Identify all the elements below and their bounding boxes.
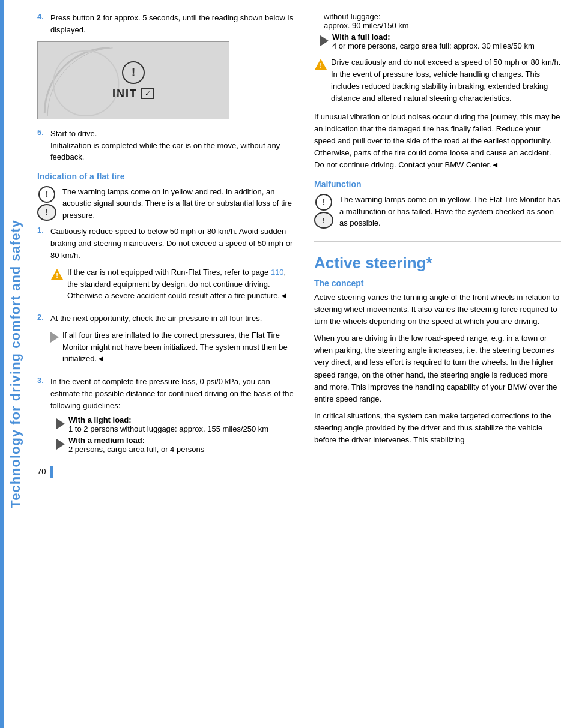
bullet-c2-detail: 4 or more persons, cargo area full: appr…: [332, 41, 535, 50]
step-1-number: 1.: [37, 226, 47, 307]
speed-warning-note: ! Drive cautiously and do not exceed a s…: [314, 56, 561, 105]
indication-desc: The warning lamps come on in yellow and …: [62, 186, 298, 221]
left-column: 4. Press button 2 for approx. 5 seconds,…: [31, 0, 308, 728]
dashboard-image: ! INIT ✓: [37, 41, 229, 119]
step-5-line2: Initialization is completed while the ca…: [50, 140, 298, 163]
step-3-content: In the event of complete tire pressure l…: [50, 376, 298, 456]
malfunction-icon-top: !: [315, 194, 332, 211]
bullet-2-text: With a medium load: 2 persons, cargo are…: [68, 436, 204, 454]
bullet-1-detail: 1 to 2 persons without luggage: approx. …: [68, 424, 268, 433]
bullet-c2-text: With a full load: 4 or more persons, car…: [332, 32, 535, 50]
bullet-arrow-icon-c2: [320, 35, 329, 46]
step-4-bold: 2: [97, 13, 101, 22]
malfunction-icons: ! !: [314, 194, 333, 229]
svg-text:!: !: [320, 62, 322, 69]
bullet-continued-2: With a full load: 4 or more persons, car…: [320, 32, 561, 50]
svg-text:!: !: [56, 272, 58, 279]
bullet-1-label: With a light load:: [68, 415, 132, 424]
step-5-text: Start to drive. Initialization is comple…: [50, 128, 298, 163]
bullet-1-text: With a light load: 1 to 2 persons withou…: [68, 415, 268, 433]
page-bar: [50, 466, 53, 478]
indication-heading: Indication of a flat tire: [37, 172, 298, 181]
flat-tire-icons: ! !: [37, 186, 56, 221]
warning-icon-bottom: !: [37, 204, 56, 221]
flat-tire-indication: ! ! The warning lamps come on in yellow …: [37, 186, 298, 221]
concept-para1: Active steering varies the turning angle…: [314, 292, 561, 328]
section-divider: [314, 241, 561, 242]
malfunction-block: ! ! The warning lamps come on in yellow.…: [314, 194, 561, 229]
concept-para3: In critical situations, the system can m…: [314, 410, 561, 446]
concept-para2: When you are driving in the low road-spe…: [314, 332, 561, 405]
bullet-arrow-icon-1: [56, 418, 65, 429]
page-link-110[interactable]: 110: [271, 268, 284, 277]
step-1-text: Cautiously reduce speed to below 50 mph …: [50, 226, 298, 262]
step-4: 4. Press button 2 for approx. 5 seconds,…: [37, 12, 298, 35]
warning-icon-top: !: [38, 186, 55, 203]
play-icon: [50, 332, 59, 343]
step-2-note: If all four tires are inflated to the co…: [50, 329, 298, 365]
step-2-note-text: If all four tires are inflated to the co…: [62, 329, 298, 365]
warning-note-text: Drive cautiously and do not exceed a spe…: [331, 56, 561, 105]
step-3-text: In the event of complete tire pressure l…: [50, 376, 298, 412]
page-number: 70: [37, 467, 46, 476]
bullet-arrow-icon-2: [56, 439, 65, 450]
page-number-area: 70: [37, 466, 298, 478]
bullet-c1-detail: approx. 90 miles/150 km: [324, 21, 409, 30]
bullet-2-detail: 2 persons, cargo area full, or 4 persons: [68, 445, 204, 454]
step-1-note-text: If the car is not equipped with Run-Flat…: [67, 266, 298, 302]
bullet-c2-label: With a full load:: [332, 32, 390, 41]
step-1-content: Cautiously reduce speed to below 50 mph …: [50, 226, 298, 307]
bullet-2-label: With a medium load:: [68, 436, 145, 445]
step-3-number: 3.: [37, 376, 47, 456]
bullet-c1-text: without luggage: approx. 90 miles/150 km: [324, 12, 409, 30]
speedometer-bg: [38, 42, 229, 119]
sidebar: Technology for driving comfort and safet…: [0, 0, 31, 728]
bullet-item-2: With a medium load: 2 persons, cargo are…: [56, 436, 298, 454]
bullet-continued-1: without luggage: approx. 90 miles/150 km: [320, 12, 561, 30]
step-5-line1: Start to drive.: [50, 128, 298, 140]
step-1-note: ! If the car is not equipped with Run-Fl…: [50, 266, 298, 302]
step-1: 1. Cautiously reduce speed to below 50 m…: [37, 226, 298, 307]
step-5: 5. Start to drive. Initialization is com…: [37, 128, 298, 163]
bullet-item-1: With a light load: 1 to 2 persons withou…: [56, 415, 298, 433]
svg-point-0: [53, 51, 118, 116]
right-column: without luggage: approx. 90 miles/150 km…: [308, 0, 573, 728]
malfunction-desc: The warning lamps come on in yellow. The…: [339, 194, 561, 229]
triangle-warning-icon-right: !: [314, 58, 327, 71]
bullet-c1-label: without luggage:: [324, 12, 381, 21]
step-3: 3. In the event of complete tire pressur…: [37, 376, 298, 456]
step-2-number: 2.: [37, 313, 47, 370]
step-2-content: At the next opportunity, check the air p…: [50, 313, 298, 370]
active-steering-heading: Active steering*: [314, 254, 561, 272]
step-2: 2. At the next opportunity, check the ai…: [37, 313, 298, 370]
bullet-list: With a light load: 1 to 2 persons withou…: [56, 415, 298, 454]
triangle-warning-icon: !: [50, 268, 64, 281]
step-2-text: At the next opportunity, check the air p…: [50, 313, 298, 325]
step-4-number: 4.: [37, 12, 47, 35]
malfunction-heading: Malfunction: [314, 179, 561, 189]
sidebar-text: Technology for driving comfort and safet…: [8, 220, 23, 508]
malfunction-icon-bottom: !: [314, 212, 333, 229]
vibration-note: If unusual vibration or loud noises occu…: [314, 111, 561, 172]
bullet-list-continued: without luggage: approx. 90 miles/150 km…: [320, 12, 561, 50]
step-5-number: 5.: [37, 128, 47, 163]
step-4-text: Press button 2 for approx. 5 seconds, un…: [50, 12, 298, 35]
concept-heading: The concept: [314, 278, 561, 288]
